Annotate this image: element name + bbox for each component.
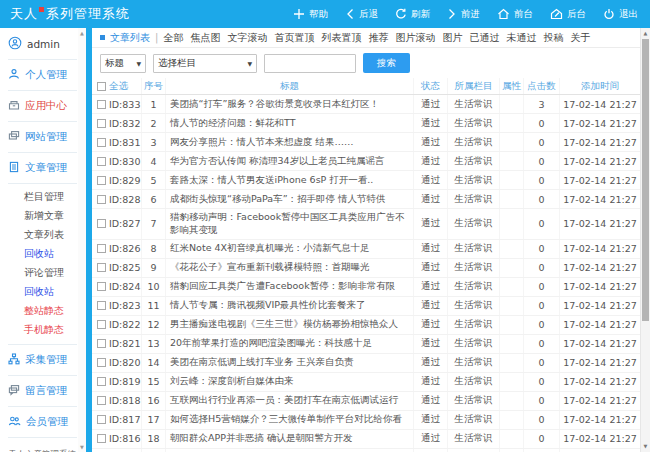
row-checkbox[interactable] — [97, 358, 106, 367]
breadcrumb[interactable]: 文章列表 — [110, 31, 150, 45]
row-checkbox[interactable] — [97, 219, 106, 228]
submenu-item-recycle-2[interactable]: 回收站 — [8, 282, 77, 301]
sidebar-item-collect[interactable]: 采集管理 — [8, 345, 77, 376]
status-cell: 通过 — [414, 152, 448, 170]
added-time-cell: 17-02-14 21:27 — [560, 152, 640, 170]
article-title-link[interactable]: 情人节的经济问题：鲜花和TT — [166, 114, 414, 132]
row-checkbox[interactable] — [97, 119, 106, 128]
article-title-link[interactable]: 猎豹移动声明：Facebook暂停中国区工具类应用广告不影响其变现 — [166, 209, 414, 239]
header-added: 添加时间 — [560, 78, 640, 94]
scrollbar-thumb[interactable] — [642, 39, 649, 321]
sidebar-scrollbar[interactable]: ▲ ▼ — [78, 28, 86, 452]
seq-cell: 3 — [142, 133, 166, 151]
row-checkbox[interactable] — [97, 282, 106, 291]
refresh-button[interactable]: 刷新 — [395, 8, 430, 21]
table-row: ID:828 6 成都街头惊现“移动PaPa车”：招手即停 情人节特供 通过 生… — [92, 190, 640, 209]
submenu-item-recycle-1[interactable]: 回收站 — [8, 244, 77, 263]
logout-button[interactable]: 退出 — [603, 8, 638, 21]
row-checkbox[interactable] — [97, 100, 106, 109]
attribute-cell — [500, 152, 524, 170]
row-checkbox[interactable] — [97, 195, 106, 204]
article-title-link[interactable]: 美团在南京低调上线打车业务 王兴亲自负责 — [166, 354, 414, 372]
sidebar-footer: 天人文章管理系统 5STR_AH_Acc_UV 源程序：5STR.COM — [8, 438, 77, 452]
article-title-link[interactable]: 美团搞“打车”服务？谷歌街景竟收录日本红灯区！ — [166, 95, 414, 113]
article-title-link[interactable]: 互联网出行行业再添一员：美团打车在南京低调试运行 — [166, 392, 414, 410]
tab-item[interactable]: 文字滚动 — [227, 31, 267, 45]
row-checkbox[interactable] — [97, 339, 106, 348]
search-field-select[interactable]: 标题 ▼ — [100, 54, 146, 73]
seq-cell: 14 — [142, 354, 166, 372]
row-checkbox[interactable] — [97, 377, 106, 386]
article-title-link[interactable]: 朝阳群众APP并非恶搞 确认是朝阳警方开发 — [166, 430, 414, 448]
submenu-item-new-article[interactable]: 新增文章 — [8, 206, 77, 225]
back-button[interactable]: 后退 — [345, 8, 378, 21]
row-checkbox[interactable] — [97, 301, 106, 310]
scroll-up-icon[interactable]: ▲ — [641, 29, 650, 38]
row-checkbox[interactable] — [97, 176, 106, 185]
tab-item[interactable]: 焦点图 — [190, 31, 220, 45]
article-title-link[interactable]: 男主播痴迷电视剧《三生三世》模仿杨幂扮相惊艳众人 — [166, 316, 414, 334]
tab-item[interactable]: 图片 — [442, 31, 462, 45]
article-id: ID:825 — [109, 262, 140, 273]
search-button[interactable]: 搜索 — [363, 53, 410, 73]
submenu-item-mobile-static[interactable]: 手机静态 — [8, 320, 77, 339]
tab-item[interactable]: 列表置顶 — [321, 31, 361, 45]
added-time-cell: 17-02-14 21:27 — [560, 297, 640, 315]
article-title-link[interactable]: 网友分享照片：情人节本来想虚度 结果…… — [166, 133, 414, 151]
category-select[interactable]: 选择栏目 ▼ — [153, 54, 257, 73]
select-all-checkbox[interactable] — [97, 82, 106, 91]
sidebar-item-members[interactable]: 会员管理 — [8, 407, 77, 438]
tab-item[interactable]: 全部 — [163, 31, 183, 45]
article-title-link[interactable]: 华为官方否认传闻 称清理34岁以上老员工纯属谣言 — [166, 152, 414, 170]
tab-item[interactable]: 关于 — [570, 31, 590, 45]
main-scrollbar[interactable]: ▲ ▼ — [640, 28, 650, 452]
sidebar-item-website[interactable]: 网站管理 — [8, 122, 77, 153]
article-title-link[interactable]: 套路太深：情人节男友送iPhone 6sP 打开一看.. — [166, 171, 414, 189]
scroll-down-icon[interactable]: ▼ — [641, 442, 650, 451]
frontend-button[interactable]: 前台 — [497, 8, 533, 21]
id-cell: ID:829 — [92, 171, 142, 189]
sidebar-item-articles[interactable]: 文章管理 — [8, 153, 77, 184]
scroll-up-icon[interactable]: ▲ — [78, 29, 86, 37]
help-button[interactable]: 帮助 — [293, 8, 328, 21]
submenu-item-columns[interactable]: 栏目管理 — [8, 187, 77, 206]
tab-item[interactable]: 已通过 — [469, 31, 499, 45]
search-input[interactable] — [264, 54, 356, 73]
tab-item[interactable]: 未通过 — [506, 31, 536, 45]
row-checkbox[interactable] — [97, 415, 106, 424]
clicks-cell: 0 — [524, 171, 560, 189]
status-cell: 通过 — [414, 259, 448, 277]
row-checkbox[interactable] — [97, 263, 106, 272]
article-title-link[interactable] — [166, 449, 414, 452]
article-title-link[interactable]: 猎豹回应工具类广告遭Facebook暂停：影响非常有限 — [166, 278, 414, 296]
id-cell: ID:815 — [92, 449, 142, 452]
tab-item[interactable]: 投稿 — [543, 31, 563, 45]
sidebar-item-messages[interactable]: 留言管理 — [8, 376, 77, 407]
row-checkbox[interactable] — [97, 320, 106, 329]
submenu-item-comments[interactable]: 评论管理 — [8, 263, 77, 282]
id-cell: ID:832 — [92, 114, 142, 132]
row-checkbox[interactable] — [97, 157, 106, 166]
row-checkbox[interactable] — [97, 138, 106, 147]
article-title-link[interactable]: 情人节专属：腾讯视频VIP最具性价比套餐来了 — [166, 297, 414, 315]
sidebar-item-personal[interactable]: 个人管理 — [8, 60, 77, 91]
article-title-link[interactable]: 刘云峰：深度剖析自媒体由来 — [166, 373, 414, 391]
row-checkbox[interactable] — [97, 434, 106, 443]
article-title-link[interactable]: 20年前苹果打造的网吧渲染图曝光：科技感十足 — [166, 335, 414, 353]
tab-item[interactable]: 首页置顶 — [274, 31, 314, 45]
article-title-link[interactable]: 红米Note 4X初音绿真机曝光：小清新气息十足 — [166, 240, 414, 258]
article-title-link[interactable]: 成都街头惊现“移动PaPa车”：招手即停 情人节特供 — [166, 190, 414, 208]
tab-item[interactable]: 图片滚动 — [395, 31, 435, 45]
scroll-down-icon[interactable]: ▼ — [78, 443, 86, 451]
article-title-link[interactable]: 如何选择H5营销媒介？三大微传单制作平台对比给你看 — [166, 411, 414, 429]
backend-button[interactable]: 后台 — [550, 8, 586, 21]
seq-cell: 4 — [142, 152, 166, 170]
article-title-link[interactable]: 《花花公子》宣布重新刊载裸模特照：首期曝光 — [166, 259, 414, 277]
row-checkbox[interactable] — [97, 244, 106, 253]
row-checkbox[interactable] — [97, 396, 106, 405]
submenu-item-site-static[interactable]: 整站静态 — [8, 301, 77, 320]
forward-button[interactable]: 前进 — [447, 8, 480, 21]
sidebar-item-appcenter[interactable]: 应用中心 — [8, 91, 77, 122]
tab-item[interactable]: 推荐 — [368, 31, 388, 45]
submenu-item-article-list[interactable]: 文章列表 — [8, 225, 77, 244]
